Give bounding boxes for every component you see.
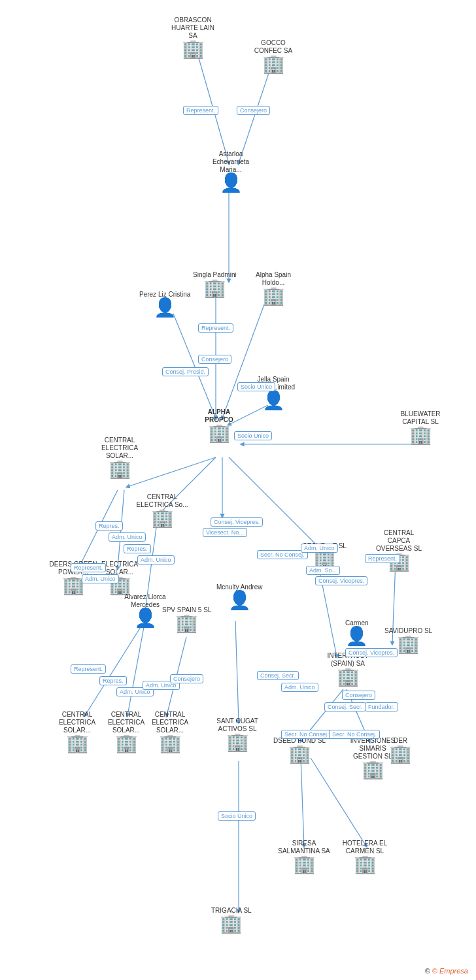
building-icon-central-low2: 🏢 (115, 734, 138, 753)
badge-secr-no-consej-1[interactable]: Secr. No Consej. (257, 550, 308, 559)
building-icon-siresa: 🏢 (293, 855, 316, 874)
badge-adm-unico-2[interactable]: Adm. Unico (137, 555, 175, 564)
node-spv[interactable]: SPV SPAIN 5 SL 🏢 (162, 606, 211, 632)
node-astarloa[interactable]: Astarloa Echevarrieta Maria... 👤 (205, 150, 257, 192)
badge-adm-so[interactable]: Adm. So... (306, 566, 340, 575)
building-icon-alpha-propco: 🏢 (208, 424, 231, 442)
node-central-electrica-b[interactable]: CENTRAL ELECTRICA So... 🏢 (136, 493, 188, 527)
badge-consejero-2[interactable]: Consejero (198, 355, 231, 364)
node-gocco[interactable]: GOCCO CONFEC SA 🏢 (247, 39, 299, 73)
node-central-low3[interactable]: CENTRAL ELECTRICA SOLAR... 🏢 (144, 711, 196, 753)
node-alpha-spain[interactable]: Alpha Spain Holdo... 🏢 (247, 271, 299, 305)
badge-consej-secr-2[interactable]: Consej. Secr. (324, 702, 366, 711)
person-icon-perezliz: 👤 (154, 299, 177, 317)
building-icon-sant-cugat: 🏢 (226, 733, 249, 751)
node-hotelera[interactable]: HOTELERA EL CARMEN SL 🏢 (339, 840, 391, 874)
badge-represent-4[interactable]: Represent. (365, 554, 400, 563)
person-icon-astarloa: 👤 (220, 174, 243, 192)
node-central-low1[interactable]: CENTRAL ELECTRICA SOLAR... 🏢 (51, 711, 103, 753)
badge-repres-1[interactable]: Repres. (95, 521, 123, 531)
badge-consej-vicepres-2[interactable]: Consej. Vicepres. (315, 576, 367, 585)
badge-consej-vicepres-3[interactable]: Consej. Vicepres. (345, 648, 398, 657)
badge-consej-presid[interactable]: Consej. Presid. (162, 367, 209, 376)
building-icon-central-low3: 🏢 (159, 734, 182, 753)
node-jella[interactable]: Jella Spain Holdco Limited 👤 (247, 376, 299, 410)
building-icon-intertrust: 🏢 (337, 668, 360, 686)
badge-consej-vicepres-1[interactable]: Consej. Vicepres. (211, 517, 263, 527)
connection-lines (0, 0, 476, 980)
badge-socio-unico-3[interactable]: Socio Único (218, 811, 256, 821)
building-icon-hotelera: 🏢 (354, 855, 377, 874)
badge-consejero-3[interactable]: Consejero (170, 674, 203, 683)
footer: © © Empresa (425, 967, 468, 975)
node-perezliz[interactable]: Perez Liz Cristina 👤 (139, 291, 190, 317)
badge-consejero-4[interactable]: Consejero (342, 691, 375, 700)
badge-repres-3[interactable]: Repres. (99, 676, 127, 685)
badge-represent-2[interactable]: Represent. (198, 323, 233, 333)
node-bluewater[interactable]: BLUEWATER CAPITAL SL 🏢 (394, 410, 447, 444)
building-icon-singla: 🏢 (203, 279, 226, 297)
building-icon-alpha-spain: 🏢 (262, 287, 285, 305)
svg-line-16 (128, 627, 144, 715)
badge-vicesecr[interactable]: Vicesecr. No... (203, 528, 247, 537)
building-icon-gocco: 🏢 (262, 55, 285, 73)
node-central-capca[interactable]: CENTRAL CAPCA OVERSEAS SL 🏢 (373, 529, 425, 571)
badge-socio-unico-1[interactable]: Socio Único (237, 382, 275, 391)
building-icon-central-low1: 🏢 (66, 734, 89, 753)
building-icon-der: 🏢 (389, 745, 412, 763)
node-siresa[interactable]: SIRESA SALMANTINA SA 🏢 (278, 840, 330, 874)
svg-line-18 (235, 621, 239, 722)
badge-adm-unico-7[interactable]: Adm. Unico (281, 683, 318, 692)
svg-line-22 (301, 758, 304, 846)
badge-represent-1[interactable]: Represent. (183, 106, 218, 115)
person-icon-mcnulty: 👤 (228, 591, 251, 610)
badge-repres-2[interactable]: Repres. (124, 544, 151, 553)
svg-line-24 (320, 575, 337, 657)
building-icon-central-top: 🏢 (109, 460, 131, 478)
footer-copyright: © (425, 967, 430, 975)
node-sant-cugat[interactable]: SANT CUGAT ACTIVOS SL 🏢 (211, 717, 264, 751)
building-icon-savidupro: 🏢 (397, 635, 420, 653)
building-icon-dseed: 🏢 (288, 745, 311, 763)
building-icon-central-b: 🏢 (151, 509, 174, 527)
person-icon-alvarez: 👤 (134, 609, 157, 627)
badge-fundador[interactable]: Fundador. (365, 702, 398, 711)
building-icon-bluewater: 🏢 (409, 426, 432, 444)
node-singla[interactable]: Singla Padmini 🏢 (193, 271, 237, 297)
badge-represent-3[interactable]: Represent. (71, 563, 106, 572)
person-icon-carmen: 👤 (345, 627, 368, 645)
node-obrascon[interactable]: OBRASCON HUARTE LAIN SA 🏢 (167, 16, 219, 58)
badge-adm-unico-3[interactable]: Adm. Unico (82, 574, 119, 583)
building-icon-inversiones: 🏢 (362, 760, 384, 779)
node-carmen[interactable]: Carmen 👤 (345, 619, 369, 645)
badge-adm-unico-4[interactable]: Adm. Unico (301, 544, 338, 553)
person-icon-jella: 👤 (262, 391, 285, 410)
building-icon-trigacia: 🏢 (220, 915, 243, 933)
node-mcnulty[interactable]: Mcnulty Andrew 👤 (216, 583, 263, 610)
building-icon-obrascon: 🏢 (182, 40, 205, 58)
badge-secr-no-consej-2[interactable]: Secr. No Consej. (281, 730, 332, 739)
graph-container: OBRASCON HUARTE LAIN SA 🏢 GOCCO CONFEC S… (0, 0, 476, 980)
badge-represent-5[interactable]: Represent. (71, 664, 106, 674)
building-icon-spv: 🏢 (175, 614, 198, 632)
node-der[interactable]: DER 🏢 (389, 737, 412, 763)
badge-secr-no-consej-3[interactable]: Secr. No Consej. (329, 730, 380, 739)
node-dseed[interactable]: DSEED FUND SL 🏢 (273, 737, 326, 763)
badge-consej-secr-1[interactable]: Consej. Secr. (257, 671, 299, 680)
badge-adm-unico-1[interactable]: Adm. Unico (109, 532, 146, 542)
node-central-electrica-top[interactable]: CENTRAL ELECTRICA SOLAR... 🏢 (94, 436, 146, 478)
badge-consejero-1[interactable]: Consejero (237, 106, 270, 115)
badge-socio-unico-2[interactable]: Socio Único (234, 431, 272, 440)
footer-brand: © Empresa (432, 967, 468, 975)
node-trigacia[interactable]: TRIGACIA SL 🏢 (211, 907, 252, 933)
